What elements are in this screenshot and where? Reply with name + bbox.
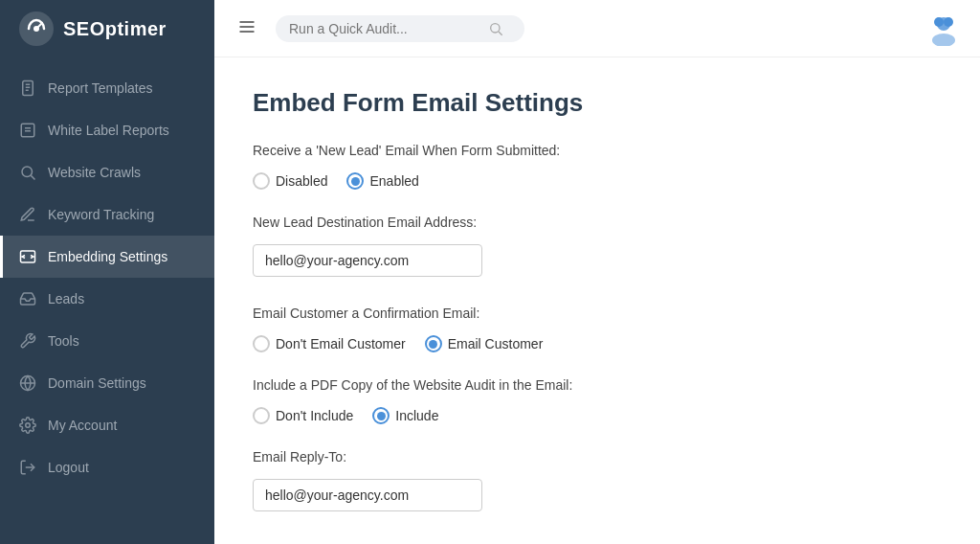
tools-icon [19,332,36,350]
search-input[interactable] [289,21,480,36]
file-icon [19,79,36,97]
radio-dont-email-circle [253,335,270,352]
edit-icon [19,206,36,223]
svg-line-10 [31,175,34,179]
reply-to-input[interactable] [253,479,482,511]
nav-label-leads: Leads [48,291,84,306]
radio-disabled-label: Disabled [276,173,327,189]
nav-label-logout: Logout [48,460,89,475]
radio-disabled[interactable]: Disabled [253,172,327,190]
menu-icon [237,17,256,36]
radio-email-customer[interactable]: Email Customer [425,335,544,352]
nav-label-tools: Tools [48,333,79,349]
svg-line-20 [499,32,502,35]
email-customer-radio-group: Don't Email Customer Email Customer [253,335,942,352]
nav-label-domain-settings: Domain Settings [48,375,146,391]
include-pdf-radio-group: Don't Include Include [253,407,942,424]
email-customer-section: Email Customer a Confirmation Email: Don… [253,304,942,352]
sidebar-item-white-label-reports[interactable]: White Label Reports [0,109,214,151]
email-customer-label: Email Customer a Confirmation Email: [253,304,942,324]
logout-icon [19,459,36,476]
destination-email-input[interactable] [253,244,482,277]
radio-disabled-circle [253,172,270,190]
nav-label-keyword-tracking: Keyword Tracking [48,207,154,222]
nav-label-report-templates: Report Templates [48,80,152,96]
radio-dont-include-circle [253,407,270,424]
seoptimer-logo-icon [19,11,54,46]
main-area: Embed Form Email Settings Receive a 'New… [214,0,980,544]
new-lead-email-label: Receive a 'New Lead' Email When Form Sub… [253,141,942,161]
radio-include-label: Include [395,408,438,423]
reply-to-label: Email Reply-To: [253,447,942,467]
nav-label-my-account: My Account [48,418,117,433]
embed-icon [19,248,36,265]
sidebar-item-keyword-tracking[interactable]: Keyword Tracking [0,193,214,236]
sidebar-item-website-crawls[interactable]: Website Crawls [0,151,214,193]
hamburger-button[interactable] [234,13,260,43]
sidebar-item-tools[interactable]: Tools [0,320,214,362]
search-bar-icon [488,21,503,36]
include-pdf-label: Include a PDF Copy of the Website Audit … [253,375,942,396]
include-pdf-section: Include a PDF Copy of the Website Audit … [253,375,942,424]
sidebar-item-my-account[interactable]: My Account [0,404,214,446]
nav-label-white-label-reports: White Label Reports [48,123,169,138]
nav-label-embedding-settings: Embedding Settings [48,249,167,264]
sidebar-item-domain-settings[interactable]: Domain Settings [0,362,214,404]
sidebar-item-logout[interactable]: Logout [0,446,214,488]
radio-include[interactable]: Include [372,407,438,424]
svg-point-24 [944,17,953,27]
sidebar-navigation: Report Templates White Label Reports Web… [0,57,214,544]
inbox-icon [19,290,36,307]
radio-dont-email-label: Don't Email Customer [276,336,406,351]
destination-email-label: New Lead Destination Email Address: [253,213,942,233]
radio-enabled-label: Enabled [369,173,418,189]
sidebar-item-report-templates[interactable]: Report Templates [0,67,214,109]
reply-to-section: Email Reply-To: [253,447,942,534]
svg-point-14 [26,423,31,428]
nav-label-website-crawls: Website Crawls [48,165,141,180]
radio-email-customer-circle [425,335,442,352]
sidebar: SEOptimer Report Templates White Label R… [0,0,214,544]
radio-dont-include-label: Don't Include [276,408,353,423]
new-lead-email-section: Receive a 'New Lead' Email When Form Sub… [253,141,942,190]
gear-icon [19,417,36,434]
new-lead-email-radio-group: Disabled Enabled [253,172,942,190]
search-icon [19,164,36,181]
svg-point-9 [22,167,33,177]
page-title: Embed Form Email Settings [253,88,942,118]
radio-email-customer-label: Email Customer [448,336,544,351]
content-area: Embed Form Email Settings Receive a 'New… [214,57,980,544]
sidebar-logo-text: SEOptimer [63,18,167,40]
sidebar-item-leads[interactable]: Leads [0,278,214,320]
svg-point-19 [491,23,500,32]
search-bar[interactable] [276,15,524,42]
radio-enabled[interactable]: Enabled [346,172,418,190]
svg-point-23 [934,17,944,27]
user-avatar-icon[interactable] [926,11,961,46]
sidebar-logo: SEOptimer [0,0,214,57]
radio-include-circle [372,407,390,424]
radio-dont-email[interactable]: Don't Email Customer [253,335,406,352]
radio-enabled-circle [346,172,364,190]
tag-icon [19,122,36,139]
globe-icon [19,374,36,392]
destination-email-section: New Lead Destination Email Address: [253,213,942,300]
radio-dont-include[interactable]: Don't Include [253,407,353,424]
sidebar-item-embedding-settings[interactable]: Embedding Settings [0,236,214,278]
topbar [214,0,980,57]
svg-point-22 [932,34,955,46]
